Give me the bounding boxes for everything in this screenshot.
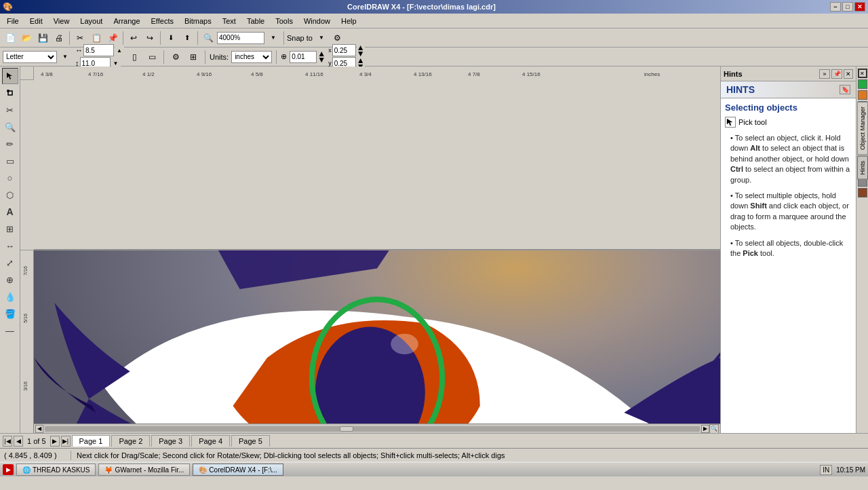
zoom-tool[interactable]: 🔍 bbox=[2, 119, 18, 135]
menu-bitmaps[interactable]: Bitmaps bbox=[179, 16, 217, 26]
units-select[interactable]: inches bbox=[231, 51, 272, 63]
page-tab-3[interactable]: Page 3 bbox=[151, 435, 190, 447]
open-button[interactable]: 📂 bbox=[19, 31, 34, 45]
menu-window[interactable]: Window bbox=[298, 16, 336, 26]
rectangle-tool[interactable]: ▭ bbox=[2, 153, 18, 169]
outline-tool[interactable]: — bbox=[2, 322, 18, 339]
taskbar-coreldraw[interactable]: 🎨 CorelDRAW X4 - [F:\... bbox=[193, 464, 283, 476]
redo-button[interactable]: ↪ bbox=[142, 31, 157, 45]
taskbar-gwarnet[interactable]: 🦊 GWarnet - Mozilla Fir... bbox=[98, 464, 190, 476]
menu-view[interactable]: View bbox=[48, 16, 75, 26]
page-options[interactable]: ⚙ bbox=[168, 50, 183, 64]
menu-table[interactable]: Table bbox=[241, 16, 270, 26]
snap-dropdown[interactable]: ▼ bbox=[314, 31, 329, 45]
nudge-input[interactable] bbox=[290, 51, 317, 63]
color-brown[interactable] bbox=[858, 188, 867, 197]
new-button[interactable]: 📄 bbox=[3, 31, 18, 45]
page-last-button[interactable]: ▶| bbox=[61, 436, 71, 447]
hints-pin-button[interactable]: 📌 bbox=[831, 69, 842, 79]
hints-bullet-1: To select an object, click it. Hold down… bbox=[725, 133, 852, 185]
maximize-button[interactable]: □ bbox=[842, 2, 853, 12]
menu-edit[interactable]: Edit bbox=[24, 16, 48, 26]
nudge-down[interactable]: ▼ bbox=[317, 57, 326, 63]
drawing-canvas[interactable] bbox=[34, 250, 720, 424]
hints-close-button[interactable]: ✕ bbox=[844, 69, 853, 79]
hints-expand-button[interactable]: » bbox=[819, 69, 830, 79]
print-button[interactable]: 🖨 bbox=[52, 31, 66, 45]
start-button[interactable]: ▶ bbox=[3, 464, 14, 475]
x-pos-input[interactable] bbox=[332, 44, 356, 56]
undo-button[interactable]: ↩ bbox=[126, 31, 141, 45]
pick-tool-label: Pick tool bbox=[738, 118, 767, 126]
ruler-and-canvas: 7/16 5/16 3/16 1/16 3/16 bbox=[20, 250, 720, 434]
scrollbar-horizontal[interactable]: ◀ ▶ 🔍 bbox=[34, 423, 720, 433]
scroll-track-h[interactable] bbox=[45, 426, 700, 432]
zoom-in-button[interactable]: 🔍 bbox=[201, 31, 216, 45]
shape-tool[interactable] bbox=[2, 85, 18, 101]
menu-text[interactable]: Text bbox=[217, 16, 241, 26]
cut-button[interactable]: ✂ bbox=[73, 31, 87, 45]
height-up[interactable]: ▼ bbox=[111, 60, 121, 67]
minimize-button[interactable]: − bbox=[830, 2, 841, 12]
crop-tool[interactable]: ✂ bbox=[2, 102, 18, 118]
menu-arrange[interactable]: Arrange bbox=[108, 16, 145, 26]
taskbar: ▶ 🌐 THREAD KASKUS 🦊 GWarnet - Mozilla Fi… bbox=[0, 461, 868, 476]
menu-layout[interactable]: Layout bbox=[75, 16, 108, 26]
color-orange[interactable] bbox=[858, 90, 867, 100]
connector-tool[interactable]: ⤢ bbox=[2, 255, 18, 271]
paper-size-dropdown[interactable]: ▼ bbox=[58, 50, 73, 64]
zoom-input[interactable] bbox=[217, 32, 264, 44]
text-tool[interactable]: A bbox=[2, 204, 18, 220]
freehand-tool[interactable]: ✏ bbox=[2, 136, 18, 152]
landscape-button[interactable]: ▭ bbox=[144, 50, 159, 64]
status-separator bbox=[71, 451, 71, 460]
portrait-button[interactable]: ▯ bbox=[127, 50, 142, 64]
toolbox: ✂ 🔍 ✏ ▭ ○ ⬡ A ⊞ ↔ ⤢ ⊕ 💧 🪣 — bbox=[0, 67, 20, 433]
page-next-button[interactable]: ▶ bbox=[50, 436, 60, 447]
import-button[interactable]: ⬇ bbox=[163, 31, 178, 45]
menu-help[interactable]: Help bbox=[336, 16, 362, 26]
page-tab-4[interactable]: Page 4 bbox=[191, 435, 230, 447]
menu-effects[interactable]: Effects bbox=[146, 16, 179, 26]
ellipse-tool[interactable]: ○ bbox=[2, 170, 18, 186]
menu-file[interactable]: File bbox=[1, 16, 24, 26]
page-first-button[interactable]: |◀ bbox=[3, 436, 12, 447]
pick-tool-icon bbox=[725, 117, 736, 128]
menu-tools[interactable]: Tools bbox=[270, 16, 298, 26]
close-button[interactable]: ✕ bbox=[854, 2, 865, 12]
title-bar: 🎨 CorelDRAW X4 - [F:\vector\dimas lagi.c… bbox=[0, 0, 868, 14]
blend-tool[interactable]: ⊕ bbox=[2, 271, 18, 288]
page-tab-1[interactable]: Page 1 bbox=[72, 435, 111, 447]
paint-bucket-tool[interactable]: 🪣 bbox=[2, 305, 18, 322]
table-tool[interactable]: ⊞ bbox=[2, 221, 18, 237]
snap-settings[interactable]: ⚙ bbox=[330, 31, 345, 45]
paper-width-input[interactable] bbox=[83, 44, 114, 56]
dimension-tool[interactable]: ↔ bbox=[2, 238, 18, 254]
paste-button[interactable]: 📌 bbox=[105, 31, 120, 45]
scroll-right-button[interactable]: ▶ bbox=[701, 425, 709, 433]
paper-size-select[interactable]: Letter bbox=[3, 51, 57, 63]
page-prev-button[interactable]: ◀ bbox=[14, 436, 23, 447]
zoom-dropdown[interactable]: ▼ bbox=[266, 31, 281, 45]
dropper-tool[interactable]: 💧 bbox=[2, 288, 18, 305]
page-tab-5[interactable]: Page 5 bbox=[231, 435, 270, 447]
bleed-button[interactable]: ⊞ bbox=[186, 50, 201, 64]
export-button[interactable]: ⬆ bbox=[180, 31, 195, 45]
scroll-thumb-h[interactable] bbox=[340, 426, 353, 432]
separator bbox=[69, 31, 70, 45]
snap-to-label: Snap to bbox=[287, 34, 313, 42]
pick-tool[interactable] bbox=[2, 68, 18, 84]
object-manager-tab[interactable]: Object Manager bbox=[857, 102, 868, 155]
save-button[interactable]: 💾 bbox=[35, 31, 50, 45]
color-green[interactable] bbox=[858, 79, 867, 89]
taskbar-thread-kaskus[interactable]: 🌐 THREAD KASKUS bbox=[16, 464, 96, 476]
copy-button[interactable]: 📋 bbox=[89, 31, 104, 45]
hints-side-tab[interactable]: Hints bbox=[857, 156, 868, 180]
zoom-reset-button[interactable]: 🔍 bbox=[709, 424, 719, 434]
page-tab-2[interactable]: Page 2 bbox=[111, 435, 150, 447]
width-up[interactable]: ▲ bbox=[115, 47, 124, 54]
no-fill-swatch[interactable]: ✕ bbox=[858, 69, 867, 78]
polygon-tool[interactable]: ⬡ bbox=[2, 187, 18, 203]
scroll-left-button[interactable]: ◀ bbox=[35, 425, 43, 433]
hints-bookmark-button[interactable]: 🔖 bbox=[840, 85, 850, 94]
